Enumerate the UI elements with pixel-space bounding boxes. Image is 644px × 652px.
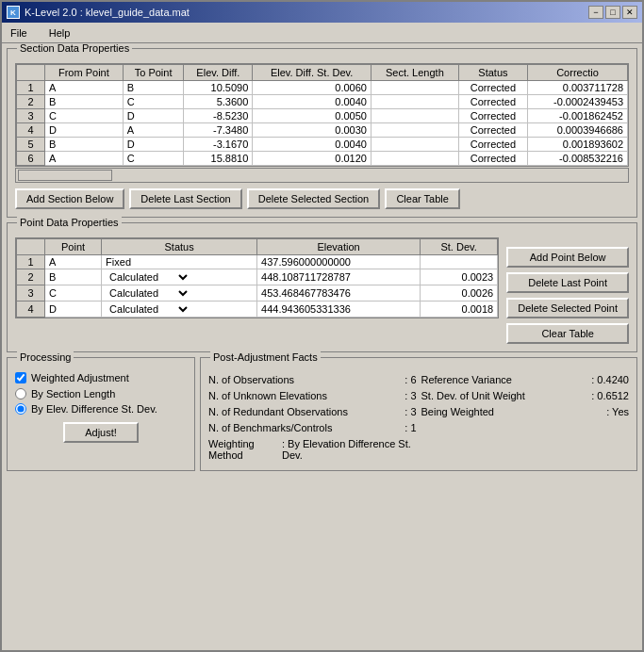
close-button[interactable]: ✕ [622,6,637,19]
minimize-button[interactable]: − [588,6,603,19]
table-row[interactable]: 6 A C 15.8810 0.0120 Corrected -0.008532… [17,152,628,166]
correction: 0.0003946686 [527,123,627,138]
correction: -0.001862452 [527,109,627,123]
table-row[interactable]: 4 D A -7.3480 0.0030 Corrected 0.0003946… [17,123,628,138]
delete-last-section-button[interactable]: Delete Last Section [129,188,241,209]
col-header-status: Status [458,65,527,81]
radio-elev-diff[interactable] [15,403,26,415]
section-scrollbar[interactable] [15,168,629,183]
sect-length [371,95,458,109]
delete-last-point-button[interactable]: Delete Last Point [506,272,629,293]
processing-title: Processing [17,351,74,363]
fact-label: Reference Variance [421,374,512,385]
row-num: 3 [17,285,45,302]
fact-value: : 6 [405,374,416,385]
col-header-correction: Correctio [527,65,627,81]
processing-group: Processing Weighted Adjustment By Sectio… [7,357,195,471]
to-point: A [123,123,184,138]
main-window: K K-Level 2.0 : klevel_guide_data.mat − … [0,0,644,652]
radio-section-length-label: By Section Length [31,388,115,399]
fact-row-left: N. of Unknown Elevations: 3 [208,388,417,403]
col-header-elev-diff: Elev. Diff. [184,65,253,81]
section-table-container[interactable]: From Point To Point Elev. Diff. Elev. Di… [15,63,629,167]
add-point-button[interactable]: Add Point Below [506,247,629,268]
col-header-num [17,65,45,81]
st-dev: 0.0023 [421,269,498,285]
row-num: 4 [17,123,45,138]
sect-length [371,123,458,138]
elev-diff: 15.8810 [184,152,253,166]
col-header-to: To Point [123,65,184,81]
point-name: D [45,302,102,318]
correction: -0.0002439453 [527,95,627,109]
status: Corrected [458,95,527,109]
from-point: C [45,109,124,123]
st-dev: 0.0018 [421,302,498,318]
elevation: 444.943605331336 [257,302,421,318]
radio-group: By Section Length By Elev. Difference St… [15,388,187,415]
radio-section-length[interactable] [15,388,26,399]
point-buttons: Add Point Below Delete Last Point Delete… [506,237,629,344]
fact-label: St. Dev. of Unit Weight [421,390,525,401]
to-point: C [123,95,184,109]
fact-value: : 1 [405,422,416,433]
add-section-button[interactable]: Add Section Below [15,188,124,209]
status-select[interactable]: CalculatedFixed [106,286,190,300]
delete-selected-point-button[interactable]: Delete Selected Point [506,298,629,318]
fact-label: N. of Observations [208,374,294,385]
point-status[interactable]: CalculatedFixed [102,269,257,285]
adjust-button[interactable]: Adjust! [63,422,139,443]
weighted-check-row: Weighted Adjustment [15,372,187,383]
table-row[interactable]: 2 B C 5.3600 0.0040 Corrected -0.0002439… [17,95,628,109]
delete-selected-section-button[interactable]: Delete Selected Section [247,188,380,209]
menu-file[interactable]: File [7,25,31,41]
fact-label: Weighting Method [208,438,282,461]
col-header-from: From Point [45,65,124,81]
fact-label: N. of Redundant Observations [208,406,348,417]
point-data-title: Point Data Properties [17,217,122,228]
point-data-group: Point Data Properties Point Status Eleva… [7,222,637,352]
table-row[interactable]: 4 D CalculatedFixed 444.943605331336 0.0… [17,302,498,318]
table-row[interactable]: 5 B D -3.1670 0.0040 Corrected 0.0018936… [17,138,628,152]
weighted-checkbox[interactable] [15,372,26,383]
table-row[interactable]: 1 A Fixed 437.596000000000 [17,255,498,269]
section-data-group: Section Data Properties From Point To Po… [7,48,637,218]
from-point: B [45,138,124,152]
status-select[interactable]: CalculatedFixed [106,270,190,284]
status-text: Fixed [106,256,131,268]
section-data-title: Section Data Properties [17,43,132,54]
fact-row-left: N. of Benchmarks/Controls: 1 [208,420,417,435]
row-num: 3 [17,109,45,123]
menu-help[interactable]: Help [45,25,74,41]
table-row[interactable]: 2 B CalculatedFixed 448.108711728787 0.0… [17,269,498,285]
maximize-button[interactable]: □ [605,6,620,19]
elevation: 448.108711728787 [257,269,421,285]
weighted-label: Weighted Adjustment [31,372,129,383]
radio-elev-diff-row: By Elev. Difference St. Dev. [15,403,187,415]
point-table-container[interactable]: Point Status Elevation St. Dev. 1 A Fixe… [15,237,499,318]
elev-diff: -7.3480 [184,123,253,138]
elev-diff-sd: 0.0030 [253,123,372,138]
to-point: D [123,138,184,152]
fact-value: : Yes [606,406,629,417]
clear-point-table-button[interactable]: Clear Table [506,323,629,344]
table-row[interactable]: 3 C D -8.5230 0.0050 Corrected -0.001862… [17,109,628,123]
point-name: A [45,255,102,269]
fact-row-right: St. Dev. of Unit Weight: 0.6512 [421,388,630,403]
fact-value: : By Elevation Difference St. Dev. [282,438,417,461]
elev-diff-sd: 0.0040 [253,138,372,152]
section-table: From Point To Point Elev. Diff. Elev. Di… [16,64,628,166]
clear-section-table-button[interactable]: Clear Table [385,188,460,209]
status: Corrected [458,138,527,152]
fact-row-left: N. of Redundant Observations: 3 [208,404,417,419]
elevation: 453.468467783476 [257,285,421,302]
main-content: Section Data Properties From Point To Po… [2,43,642,650]
table-row[interactable]: 3 C CalculatedFixed 453.468467783476 0.0… [17,285,498,302]
row-num: 5 [17,138,45,152]
status-select[interactable]: CalculatedFixed [106,302,190,316]
point-status[interactable]: CalculatedFixed [102,302,257,318]
table-row[interactable]: 1 A B 10.5090 0.0060 Corrected 0.0037117… [17,81,628,95]
point-status[interactable]: CalculatedFixed [102,285,257,302]
sect-length [371,138,458,152]
window-title: K-Level 2.0 : klevel_guide_data.mat [25,7,190,18]
